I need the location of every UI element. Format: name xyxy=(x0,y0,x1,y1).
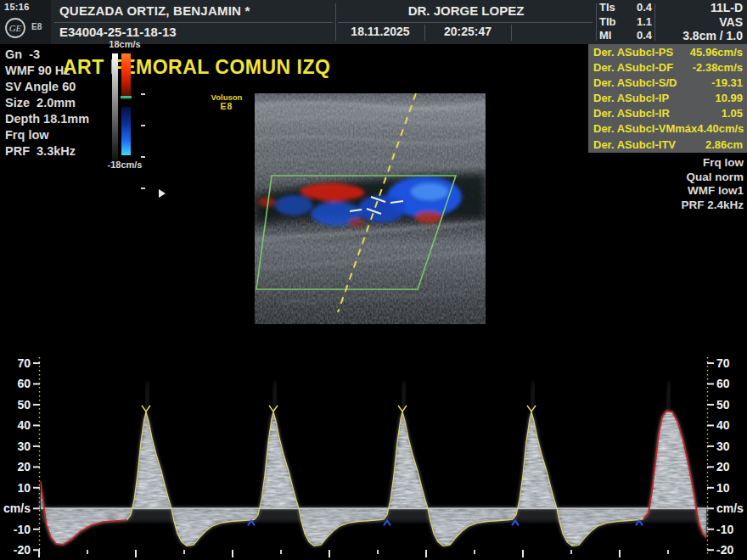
measurement-value: 1.05 xyxy=(722,106,743,121)
measurement-value: 4.40cm/s xyxy=(697,121,744,137)
watermark-line2: E8 xyxy=(206,102,247,110)
svg-text:-20: -20 xyxy=(716,543,733,557)
index-value: 0.4 xyxy=(637,29,652,43)
measurement-value: 10.99 xyxy=(715,91,743,106)
doppler-param-line: PRF 2.4kHz xyxy=(594,199,744,213)
svg-text:-10: -10 xyxy=(14,523,31,536)
svg-text:60: 60 xyxy=(716,377,730,390)
measurement-value: 2.86cm xyxy=(705,137,743,153)
banner-separator xyxy=(654,3,655,41)
svg-text:20: 20 xyxy=(17,460,31,473)
depth-frame-rate: 3.8cm / 1.0 xyxy=(658,29,743,43)
patient-banner: 15:16 GE E8 QUEZADA ORTIZ, BENJAMIN * E3… xyxy=(0,0,747,44)
banner-divider xyxy=(54,22,333,23)
voluson-watermark: Voluson E8 xyxy=(206,93,247,110)
svg-text:-10: -10 xyxy=(716,523,733,536)
bmode-param-line: Frq low xyxy=(5,127,89,143)
svg-text:GE: GE xyxy=(9,23,22,33)
svg-text:60: 60 xyxy=(17,377,31,390)
svg-text:50: 50 xyxy=(716,398,730,412)
measurement-label: Der. ASubcl-IP xyxy=(593,91,669,106)
measurement-value: -2.38cm/s xyxy=(693,60,743,76)
index-row: TIs0.4 xyxy=(599,1,652,15)
color-doppler-bar-negative xyxy=(121,107,131,155)
doppler-param-line: WMF low1 xyxy=(594,184,744,199)
index-label: MI xyxy=(599,29,611,43)
svg-text:70: 70 xyxy=(17,356,31,370)
bmode-param-line: Size 2.0mm xyxy=(5,95,89,111)
spectral-doppler[interactable]: 7070606050504040303020201010cm/scm/s-10-… xyxy=(0,352,747,560)
screen-pointer-icon[interactable] xyxy=(159,189,166,198)
small-clock: 15:16 xyxy=(4,2,30,12)
svg-text:10: 10 xyxy=(716,481,730,495)
svg-text:40: 40 xyxy=(17,418,31,432)
preset-name: VAS xyxy=(658,15,743,30)
measurement-label: Der. ASubcl-ITV xyxy=(593,137,676,153)
acoustic-indices: TIs0.4TIb1.1MI0.4 xyxy=(599,1,652,43)
index-label: TIs xyxy=(599,1,615,15)
ultrasound-screen: 15:16 GE E8 QUEZADA ORTIZ, BENJAMIN * E3… xyxy=(0,0,747,560)
ge-logo-icon: GE xyxy=(4,17,26,39)
measurement-row: Der. ASubcl-IR1.05 xyxy=(588,106,747,121)
system-corner: 15:16 GE E8 xyxy=(0,0,51,44)
index-label: TIb xyxy=(599,15,616,30)
exam-date: 18.11.2025 xyxy=(338,25,423,38)
svg-text:40: 40 xyxy=(716,418,730,432)
svg-text:50: 50 xyxy=(17,398,31,412)
depth-tick xyxy=(141,188,145,189)
probe-name: 11L-D xyxy=(658,1,743,15)
index-value: 1.1 xyxy=(637,15,652,30)
gray-scale-bar xyxy=(112,53,118,163)
exam-time: 20:25:47 xyxy=(426,25,509,38)
doppler-param-line: Qual norm xyxy=(594,171,744,185)
svg-text:cm/s: cm/s xyxy=(3,501,31,515)
bmode-image[interactable] xyxy=(255,93,486,324)
svg-text:-20: -20 xyxy=(14,543,31,557)
patient-id: E34004-25-11-18-13 xyxy=(59,25,177,39)
measurement-label: Der. ASubcl-VMmáx xyxy=(593,121,697,137)
patient-name: QUEZADA ORTIZ, BENJAMIN * xyxy=(59,3,331,18)
probe-info: 11L-D VAS 3.8cm / 1.0 xyxy=(658,1,743,43)
color-scale-max: 18cm/s xyxy=(105,39,144,49)
color-scale-min: -18cm/s xyxy=(102,160,148,170)
measurement-value: 45.96cm/s xyxy=(690,45,743,60)
svg-text:30: 30 xyxy=(17,440,31,453)
banner-divider xyxy=(338,22,593,23)
machine-model-label: E8 xyxy=(31,22,42,31)
measurement-label: Der. ASubcl-S/D xyxy=(593,76,677,91)
wall-filter-marker xyxy=(121,96,132,98)
measurement-label: Der. ASubcl-PS xyxy=(593,45,673,60)
measurement-row: Der. ASubcl-ITV2.86cm xyxy=(588,137,747,153)
measurement-label: Der. ASubcl-DF xyxy=(593,60,673,76)
measurement-panel: Der. ASubcl-PS45.96cm/sDer. ASubcl-DF-2.… xyxy=(588,44,747,153)
bmode-param-line: Depth 18.1mm xyxy=(5,111,89,127)
doppler-params: Frq lowQual normWMF low1PRF 2.4kHz xyxy=(594,156,744,212)
measurement-row: Der. ASubcl-S/D-19.31 xyxy=(588,76,747,91)
index-row: TIb1.1 xyxy=(599,15,652,30)
banner-separator xyxy=(424,25,425,41)
measurement-row: Der. ASubcl-VMmáx4.40cm/s xyxy=(588,121,747,137)
measurement-row: Der. ASubcl-IP10.99 xyxy=(588,91,747,106)
banner-separator xyxy=(596,3,597,41)
bmode-param-line: SV Angle 60 xyxy=(5,79,89,95)
measurement-row: Der. ASubcl-DF-2.38cm/s xyxy=(588,60,747,76)
color-doppler-bar-positive xyxy=(121,53,131,100)
svg-text:70: 70 xyxy=(716,356,730,370)
bmode-param-line: PRF 3.3kHz xyxy=(5,143,89,160)
measurement-label: Der. ASubcl-IR xyxy=(593,106,670,121)
svg-text:cm/s: cm/s xyxy=(716,501,744,515)
depth-tick xyxy=(141,156,145,158)
doppler-param-line: Frq low xyxy=(594,156,744,171)
measurement-value: -19.31 xyxy=(711,76,743,91)
depth-tick xyxy=(141,125,145,126)
svg-text:30: 30 xyxy=(716,440,730,453)
depth-tick xyxy=(141,93,145,95)
banner-separator xyxy=(511,25,512,41)
svg-text:10: 10 xyxy=(17,481,31,495)
index-row: MI0.4 xyxy=(599,29,652,43)
index-value: 0.4 xyxy=(637,1,652,15)
svg-text:20: 20 xyxy=(716,460,730,473)
physician-name: DR. JORGE LOPEZ xyxy=(338,3,594,18)
measurement-row: Der. ASubcl-PS45.96cm/s xyxy=(588,45,747,60)
banner-separator xyxy=(335,3,336,41)
